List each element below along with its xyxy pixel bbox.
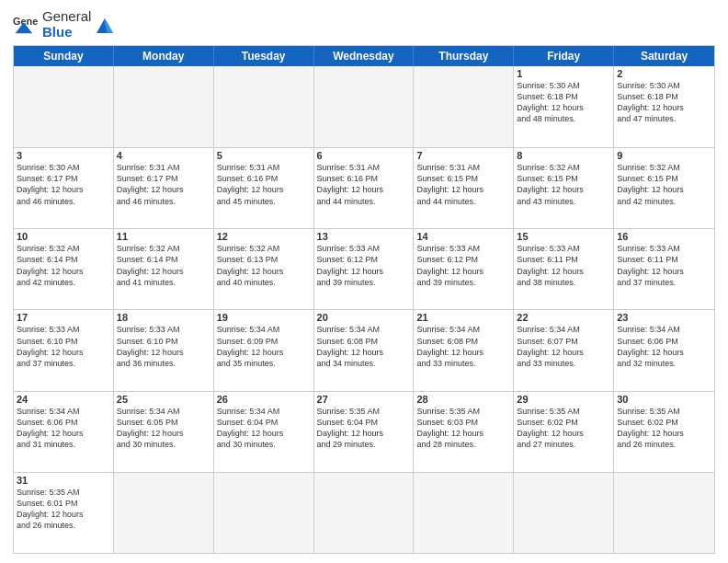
calendar-cell: 10Sunrise: 5:32 AM Sunset: 6:14 PM Dayli… <box>14 229 114 309</box>
calendar-cell: 31Sunrise: 5:35 AM Sunset: 6:01 PM Dayli… <box>14 473 114 553</box>
cell-info-text: Sunrise: 5:32 AM Sunset: 6:15 PM Dayligh… <box>617 162 711 207</box>
cell-info-text: Sunrise: 5:34 AM Sunset: 6:08 PM Dayligh… <box>416 324 510 369</box>
cell-info-text: Sunrise: 5:32 AM Sunset: 6:14 PM Dayligh… <box>17 243 110 288</box>
cell-date-number: 2 <box>617 68 711 79</box>
day-header-sunday: Sunday <box>14 46 114 66</box>
calendar-grid: 1Sunrise: 5:30 AM Sunset: 6:18 PM Daylig… <box>14 66 714 553</box>
cell-date-number: 13 <box>317 231 411 242</box>
cell-info-text: Sunrise: 5:33 AM Sunset: 6:12 PM Dayligh… <box>416 243 510 288</box>
logo: General General Blue <box>13 9 115 40</box>
calendar-cell: 7Sunrise: 5:31 AM Sunset: 6:15 PM Daylig… <box>414 148 514 228</box>
cell-info-text: Sunrise: 5:30 AM Sunset: 6:18 PM Dayligh… <box>517 80 610 125</box>
cell-date-number: 23 <box>617 312 711 323</box>
calendar-cell: 12Sunrise: 5:32 AM Sunset: 6:13 PM Dayli… <box>214 229 314 309</box>
calendar-cell: 20Sunrise: 5:34 AM Sunset: 6:08 PM Dayli… <box>314 310 415 390</box>
cell-info-text: Sunrise: 5:33 AM Sunset: 6:11 PM Dayligh… <box>617 243 711 288</box>
cell-date-number: 24 <box>17 394 110 405</box>
cell-info-text: Sunrise: 5:34 AM Sunset: 6:04 PM Dayligh… <box>217 406 311 451</box>
cell-info-text: Sunrise: 5:32 AM Sunset: 6:13 PM Dayligh… <box>217 243 311 288</box>
cell-info-text: Sunrise: 5:34 AM Sunset: 6:06 PM Dayligh… <box>617 324 711 369</box>
calendar-cell: 3Sunrise: 5:30 AM Sunset: 6:17 PM Daylig… <box>14 148 114 228</box>
calendar-cell: 14Sunrise: 5:33 AM Sunset: 6:12 PM Dayli… <box>414 229 514 309</box>
calendar-cell: 9Sunrise: 5:32 AM Sunset: 6:15 PM Daylig… <box>614 148 714 228</box>
cell-date-number: 6 <box>317 150 411 161</box>
calendar-cell: 25Sunrise: 5:34 AM Sunset: 6:05 PM Dayli… <box>114 392 214 472</box>
calendar-week-5: 24Sunrise: 5:34 AM Sunset: 6:06 PM Dayli… <box>14 391 714 472</box>
cell-info-text: Sunrise: 5:32 AM Sunset: 6:15 PM Dayligh… <box>517 162 610 207</box>
calendar-week-1: 1Sunrise: 5:30 AM Sunset: 6:18 PM Daylig… <box>14 66 714 147</box>
calendar: SundayMondayTuesdayWednesdayThursdayFrid… <box>13 45 715 554</box>
cell-date-number: 22 <box>517 312 610 323</box>
calendar-page: General General Blue SundayMondayTuesday… <box>0 0 728 563</box>
calendar-cell: 4Sunrise: 5:31 AM Sunset: 6:17 PM Daylig… <box>114 148 214 228</box>
calendar-cell: 21Sunrise: 5:34 AM Sunset: 6:08 PM Dayli… <box>414 310 514 390</box>
calendar-cell: 11Sunrise: 5:32 AM Sunset: 6:14 PM Dayli… <box>114 229 214 309</box>
cell-date-number: 18 <box>117 312 210 323</box>
cell-date-number: 12 <box>217 231 311 242</box>
cell-info-text: Sunrise: 5:34 AM Sunset: 6:07 PM Dayligh… <box>517 324 610 369</box>
day-header-wednesday: Wednesday <box>314 46 415 66</box>
calendar-cell: 6Sunrise: 5:31 AM Sunset: 6:16 PM Daylig… <box>314 148 415 228</box>
calendar-cell: 16Sunrise: 5:33 AM Sunset: 6:11 PM Dayli… <box>614 229 714 309</box>
cell-info-text: Sunrise: 5:34 AM Sunset: 6:08 PM Dayligh… <box>317 324 411 369</box>
calendar-week-4: 17Sunrise: 5:33 AM Sunset: 6:10 PM Dayli… <box>14 309 714 390</box>
calendar-cell: 8Sunrise: 5:32 AM Sunset: 6:15 PM Daylig… <box>514 148 614 228</box>
cell-info-text: Sunrise: 5:33 AM Sunset: 6:11 PM Dayligh… <box>517 243 610 288</box>
cell-date-number: 28 <box>416 394 510 405</box>
cell-date-number: 7 <box>416 150 510 161</box>
cell-info-text: Sunrise: 5:31 AM Sunset: 6:17 PM Dayligh… <box>117 162 210 207</box>
calendar-cell: 28Sunrise: 5:35 AM Sunset: 6:03 PM Dayli… <box>414 392 514 472</box>
cell-info-text: Sunrise: 5:35 AM Sunset: 6:04 PM Dayligh… <box>317 406 411 451</box>
cell-date-number: 25 <box>117 394 210 405</box>
cell-info-text: Sunrise: 5:33 AM Sunset: 6:10 PM Dayligh… <box>17 324 110 369</box>
cell-info-text: Sunrise: 5:34 AM Sunset: 6:05 PM Dayligh… <box>117 406 210 451</box>
cell-date-number: 27 <box>317 394 411 405</box>
cell-date-number: 11 <box>117 231 210 242</box>
calendar-cell: 15Sunrise: 5:33 AM Sunset: 6:11 PM Dayli… <box>514 229 614 309</box>
cell-info-text: Sunrise: 5:30 AM Sunset: 6:17 PM Dayligh… <box>17 162 110 207</box>
calendar-cell: 27Sunrise: 5:35 AM Sunset: 6:04 PM Dayli… <box>314 392 415 472</box>
calendar-week-3: 10Sunrise: 5:32 AM Sunset: 6:14 PM Dayli… <box>14 228 714 309</box>
cell-info-text: Sunrise: 5:32 AM Sunset: 6:14 PM Dayligh… <box>117 243 210 288</box>
cell-date-number: 19 <box>217 312 311 323</box>
calendar-cell: 2Sunrise: 5:30 AM Sunset: 6:18 PM Daylig… <box>614 66 714 147</box>
day-header-monday: Monday <box>114 46 214 66</box>
calendar-week-6: 31Sunrise: 5:35 AM Sunset: 6:01 PM Dayli… <box>14 472 714 553</box>
calendar-cell: 5Sunrise: 5:31 AM Sunset: 6:16 PM Daylig… <box>214 148 314 228</box>
calendar-cell: 19Sunrise: 5:34 AM Sunset: 6:09 PM Dayli… <box>214 310 314 390</box>
calendar-cell <box>14 66 114 147</box>
cell-date-number: 30 <box>617 394 711 405</box>
calendar-cell: 18Sunrise: 5:33 AM Sunset: 6:10 PM Dayli… <box>114 310 214 390</box>
calendar-cell <box>314 473 415 553</box>
calendar-cell <box>514 473 614 553</box>
cell-info-text: Sunrise: 5:34 AM Sunset: 6:06 PM Dayligh… <box>17 406 110 451</box>
calendar-cell: 29Sunrise: 5:35 AM Sunset: 6:02 PM Dayli… <box>514 392 614 472</box>
calendar-cell <box>314 66 415 147</box>
cell-info-text: Sunrise: 5:33 AM Sunset: 6:10 PM Dayligh… <box>117 324 210 369</box>
cell-date-number: 5 <box>217 150 311 161</box>
cell-info-text: Sunrise: 5:35 AM Sunset: 6:03 PM Dayligh… <box>416 406 510 451</box>
cell-date-number: 1 <box>517 68 610 79</box>
cell-date-number: 26 <box>217 394 311 405</box>
general-blue-logo-icon: General <box>13 12 39 38</box>
calendar-cell: 13Sunrise: 5:33 AM Sunset: 6:12 PM Dayli… <box>314 229 415 309</box>
cell-date-number: 29 <box>517 394 610 405</box>
calendar-cell: 30Sunrise: 5:35 AM Sunset: 6:02 PM Dayli… <box>614 392 714 472</box>
cell-date-number: 9 <box>617 150 711 161</box>
calendar-cell: 1Sunrise: 5:30 AM Sunset: 6:18 PM Daylig… <box>514 66 614 147</box>
day-header-saturday: Saturday <box>614 46 714 66</box>
day-header-friday: Friday <box>514 46 614 66</box>
logo-general-text: General <box>42 9 91 25</box>
cell-date-number: 4 <box>117 150 210 161</box>
header: General General Blue <box>13 9 715 40</box>
cell-date-number: 10 <box>17 231 110 242</box>
cell-date-number: 16 <box>617 231 711 242</box>
cell-info-text: Sunrise: 5:35 AM Sunset: 6:02 PM Dayligh… <box>517 406 610 451</box>
calendar-cell: 17Sunrise: 5:33 AM Sunset: 6:10 PM Dayli… <box>14 310 114 390</box>
calendar-cell <box>214 66 314 147</box>
cell-info-text: Sunrise: 5:31 AM Sunset: 6:16 PM Dayligh… <box>217 162 311 207</box>
cell-date-number: 17 <box>17 312 110 323</box>
cell-date-number: 15 <box>517 231 610 242</box>
calendar-cell <box>114 66 214 147</box>
calendar-cell: 22Sunrise: 5:34 AM Sunset: 6:07 PM Dayli… <box>514 310 614 390</box>
